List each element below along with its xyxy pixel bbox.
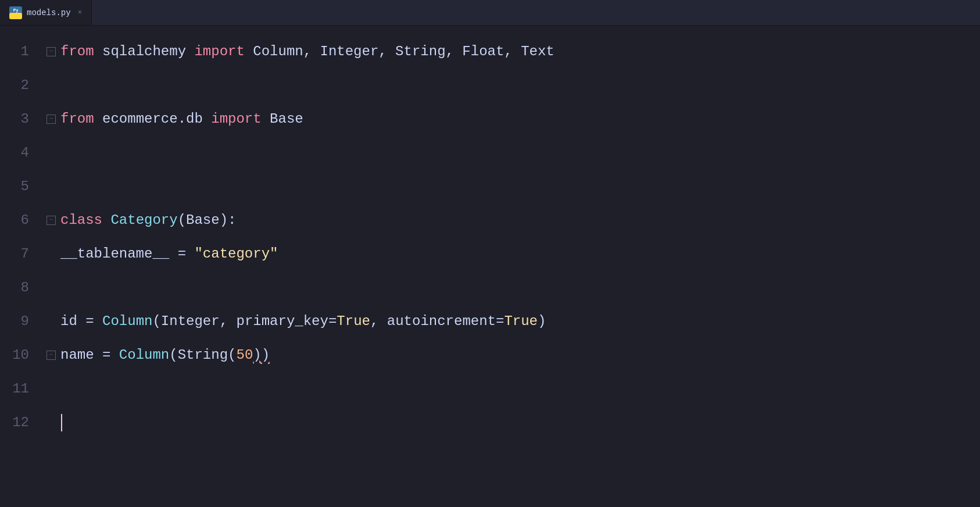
true-val-9a: True bbox=[337, 310, 370, 333]
line-number-10: 10 bbox=[12, 338, 29, 372]
space bbox=[186, 243, 194, 265]
tab-bar: Py models.py × bbox=[0, 0, 980, 26]
paren-9-open: ( bbox=[152, 310, 160, 333]
fold-marker-3[interactable]: − bbox=[47, 115, 56, 124]
space bbox=[378, 310, 387, 333]
line-number-2: 2 bbox=[12, 69, 29, 102]
equals-9: = bbox=[85, 310, 94, 333]
fold-marker-1[interactable]: − bbox=[47, 47, 56, 56]
paren-9-close: ) bbox=[538, 310, 546, 333]
true-val-9b: True bbox=[504, 310, 538, 333]
space bbox=[77, 310, 85, 333]
space bbox=[94, 310, 102, 333]
keyword-from-1: from bbox=[60, 41, 94, 63]
base-class: Base bbox=[186, 209, 220, 231]
space bbox=[169, 243, 177, 265]
line-number-9: 9 bbox=[12, 305, 29, 338]
comma-9b: , bbox=[370, 310, 378, 333]
text-cursor bbox=[61, 414, 62, 431]
line-number-1: 1 bbox=[12, 35, 29, 69]
svg-rect-1 bbox=[9, 13, 22, 19]
string-length: 50 bbox=[236, 344, 253, 366]
id-attr: id bbox=[60, 310, 77, 333]
string-type: String bbox=[178, 344, 228, 366]
column-call-10: Column bbox=[119, 344, 169, 366]
line-number-5: 5 bbox=[12, 170, 29, 203]
line-number-11: 11 bbox=[12, 372, 29, 406]
space bbox=[186, 41, 194, 63]
paren-close-6: ): bbox=[220, 209, 237, 231]
tab-filename: models.py bbox=[27, 8, 71, 17]
class-category: Category bbox=[110, 209, 177, 231]
line-number-4: 4 bbox=[12, 136, 29, 170]
fold-marker-10[interactable]: − bbox=[47, 351, 56, 360]
code-line-5 bbox=[41, 170, 980, 203]
equals-7: = bbox=[178, 243, 186, 265]
tablename-value: "category" bbox=[194, 243, 278, 265]
module-sqlalchemy: sqlalchemy bbox=[102, 41, 186, 63]
fold-marker-6[interactable]: − bbox=[47, 216, 56, 225]
tab-close-button[interactable]: × bbox=[78, 9, 82, 17]
import-base: Base bbox=[270, 108, 303, 130]
space bbox=[102, 209, 110, 231]
line-number-12: 12 bbox=[12, 406, 29, 440]
svg-text:Py: Py bbox=[13, 8, 19, 13]
line-numbers: 1 2 3 4 5 6 7 8 9 10 11 12 bbox=[0, 26, 41, 507]
space bbox=[228, 310, 236, 333]
code-area: 1 2 3 4 5 6 7 8 9 10 11 12 − from sqlalc… bbox=[0, 26, 980, 507]
equals-10: = bbox=[102, 344, 110, 366]
code-line-10: − name = Column ( String ( 50 )) bbox=[41, 338, 980, 372]
keyword-class: class bbox=[60, 209, 102, 231]
code-line-11 bbox=[41, 372, 980, 406]
space bbox=[94, 41, 102, 63]
code-content[interactable]: − from sqlalchemy import Column, Integer… bbox=[41, 26, 980, 507]
module-ecommerce: ecommerce.db bbox=[102, 108, 203, 130]
integer-type: Integer bbox=[161, 310, 220, 333]
editor-container: Py models.py × 1 2 3 4 5 6 7 8 9 10 11 1… bbox=[0, 0, 980, 507]
primary-key-param: primary_key bbox=[237, 310, 328, 333]
space bbox=[94, 108, 102, 130]
code-line-2 bbox=[41, 69, 980, 102]
paren-10b: ( bbox=[228, 344, 236, 366]
code-line-6: − class Category ( Base ): bbox=[41, 203, 980, 237]
code-line-4 bbox=[41, 136, 980, 170]
line-number-8: 8 bbox=[12, 271, 29, 305]
keyword-import-1: import bbox=[194, 41, 244, 63]
paren-10-close: )) bbox=[253, 344, 270, 366]
line-number-7: 7 bbox=[12, 237, 29, 271]
code-line-8 bbox=[41, 271, 980, 305]
code-line-7: __tablename__ = "category" bbox=[41, 237, 980, 271]
python-file-icon: Py bbox=[9, 6, 22, 19]
paren-open-6: ( bbox=[178, 209, 186, 231]
keyword-from-3: from bbox=[60, 108, 94, 130]
name-attr: name bbox=[60, 344, 94, 366]
code-line-12 bbox=[41, 406, 980, 440]
autoincrement-param: autoincrement bbox=[387, 310, 496, 333]
line-number-6: 6 bbox=[12, 203, 29, 237]
paren-10-open: ( bbox=[169, 344, 177, 366]
line-number-3: 3 bbox=[12, 102, 29, 136]
column-call-9: Column bbox=[102, 310, 152, 333]
import-identifiers-1: Column, Integer, String, Float, Text bbox=[253, 41, 554, 63]
file-tab[interactable]: Py models.py × bbox=[0, 0, 92, 25]
tablename-attr: __tablename__ bbox=[60, 243, 169, 265]
keyword-import-3: import bbox=[211, 108, 261, 130]
code-line-1: − from sqlalchemy import Column, Integer… bbox=[41, 35, 980, 69]
eq-9c: = bbox=[496, 310, 504, 333]
space bbox=[245, 41, 253, 63]
space bbox=[110, 344, 119, 366]
space bbox=[203, 108, 211, 130]
code-line-9: id = Column ( Integer , primary_key = Tr… bbox=[41, 305, 980, 338]
space bbox=[262, 108, 270, 130]
code-line-3: − from ecommerce.db import Base bbox=[41, 102, 980, 136]
comma-9a: , bbox=[220, 310, 228, 333]
space bbox=[94, 344, 102, 366]
eq-9b: = bbox=[328, 310, 337, 333]
